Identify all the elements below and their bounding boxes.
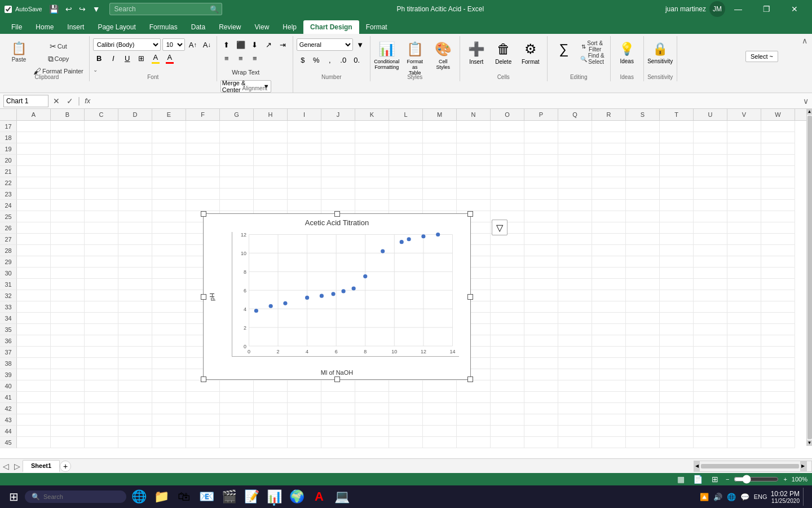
zoom-slider[interactable] [734,475,779,484]
col-header-U[interactable]: U [694,109,727,120]
cell-H42[interactable] [254,403,288,414]
cell-A26[interactable] [17,222,51,234]
format-as-table-button[interactable]: 📋 Format asTable [402,38,428,71]
network-icon[interactable]: 🌐 [726,492,737,502]
cell-D34[interactable] [118,313,152,324]
cell-P32[interactable] [524,290,558,301]
cell-G24[interactable] [220,200,254,211]
cell-E42[interactable] [152,403,186,414]
cell-T32[interactable] [660,290,694,301]
cell-C41[interactable] [85,392,118,403]
formula-expand-button[interactable]: ∨ [803,97,809,106]
scroll-up-button[interactable]: ▲ [807,109,813,115]
cell-D24[interactable] [118,200,152,211]
cell-S21[interactable] [626,166,660,177]
tab-insert[interactable]: Insert [60,20,91,34]
cell-W37[interactable] [761,347,795,358]
cell-N18[interactable] [457,132,491,143]
cell-N44[interactable] [457,426,491,437]
cell-R45[interactable] [592,437,626,448]
cell-V26[interactable] [727,222,761,234]
cell-H17[interactable] [254,121,288,132]
cell-O17[interactable] [491,121,524,132]
cell-D35[interactable] [118,324,152,335]
autosum-button[interactable]: ∑ [551,38,577,71]
cell-B17[interactable] [51,121,85,132]
cell-V42[interactable] [727,403,761,414]
cell-J45[interactable] [321,437,355,448]
cell-Q25[interactable] [558,211,592,222]
cell-D21[interactable] [118,166,152,177]
cell-H21[interactable] [254,166,288,177]
cell-K18[interactable] [355,132,389,143]
cell-K43[interactable] [355,414,389,426]
cell-I24[interactable] [288,200,321,211]
number-format-select[interactable]: General [297,38,353,51]
cell-K42[interactable] [355,403,389,414]
cell-B39[interactable] [51,369,85,380]
cell-K20[interactable] [355,155,389,166]
cell-U44[interactable] [694,426,727,437]
cell-Q17[interactable] [558,121,592,132]
cell-A36[interactable] [17,335,51,347]
cell-W22[interactable] [761,177,795,189]
cell-T18[interactable] [660,132,694,143]
autosave-checkbox[interactable] [5,6,12,13]
cell-I20[interactable] [288,155,321,166]
col-header-L[interactable]: L [389,109,423,120]
row-number-35[interactable]: 35 [0,324,17,335]
cell-T37[interactable] [660,347,694,358]
chart-container[interactable]: Acetic Acid Titration pH 024681012024681… [203,213,471,380]
cell-C33[interactable] [85,301,118,313]
taskbar-unknown[interactable]: 💻 [332,487,352,507]
cell-E44[interactable] [152,426,186,437]
cell-K45[interactable] [355,437,389,448]
cell-I23[interactable] [288,189,321,200]
cell-I43[interactable] [288,414,321,426]
row-number-37[interactable]: 37 [0,347,17,358]
customize-button[interactable]: ▼ [90,3,103,15]
align-middle-button[interactable]: ⬛ [235,38,247,51]
cell-U37[interactable] [694,347,727,358]
cell-E38[interactable] [152,358,186,369]
cell-B18[interactable] [51,132,85,143]
cell-P30[interactable] [524,268,558,279]
cell-B33[interactable] [51,301,85,313]
cell-Q44[interactable] [558,426,592,437]
cell-R37[interactable] [592,347,626,358]
cell-E26[interactable] [152,222,186,234]
cell-M42[interactable] [423,403,457,414]
cell-A31[interactable] [17,279,51,290]
language-indicator[interactable]: ENG [754,493,767,500]
cell-V18[interactable] [727,132,761,143]
cell-K22[interactable] [355,177,389,189]
cell-A42[interactable] [17,403,51,414]
cell-U29[interactable] [694,256,727,268]
cell-P25[interactable] [524,211,558,222]
cell-B30[interactable] [51,268,85,279]
cell-E21[interactable] [152,166,186,177]
delete-button[interactable]: 🗑 Delete [491,38,517,71]
cell-A22[interactable] [17,177,51,189]
cell-G43[interactable] [220,414,254,426]
col-header-A[interactable]: A [17,109,51,120]
cell-R39[interactable] [592,369,626,380]
cell-M45[interactable] [423,437,457,448]
restore-button[interactable]: ❐ [753,0,779,18]
cell-V25[interactable] [727,211,761,222]
cell-W32[interactable] [761,290,795,301]
cell-R31[interactable] [592,279,626,290]
cell-U25[interactable] [694,211,727,222]
cell-B45[interactable] [51,437,85,448]
cell-B36[interactable] [51,335,85,347]
cell-O21[interactable] [491,166,524,177]
cell-T39[interactable] [660,369,694,380]
cell-M19[interactable] [423,143,457,155]
cell-V32[interactable] [727,290,761,301]
cell-E28[interactable] [152,245,186,256]
cell-V43[interactable] [727,414,761,426]
row-number-18[interactable]: 18 [0,132,17,143]
cell-T35[interactable] [660,324,694,335]
cell-D33[interactable] [118,301,152,313]
cell-R41[interactable] [592,392,626,403]
